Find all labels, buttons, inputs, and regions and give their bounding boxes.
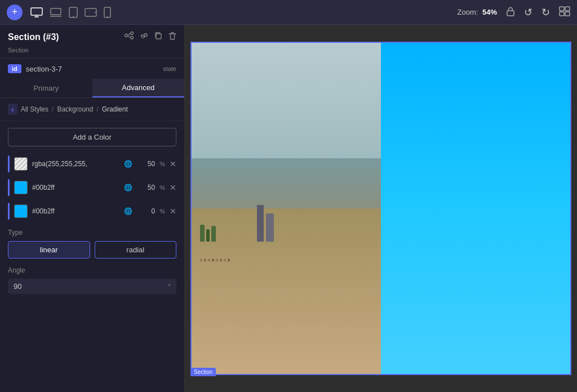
building-2 [266, 213, 274, 242]
panel-title-icons [125, 32, 176, 42]
laptop-icon[interactable] [50, 7, 62, 17]
svg-rect-1 [51, 8, 61, 15]
breadcrumb-back-button[interactable]: ‹ [8, 104, 17, 115]
toolbar-right: Zoom: 54% ↺ ↻ [458, 6, 571, 19]
id-row: id state [8, 64, 176, 73]
color-row-1: 🌐 % ✕ [8, 154, 176, 173]
lock-icon[interactable] [506, 6, 515, 19]
svg-rect-0 [31, 8, 42, 15]
color-value-1[interactable] [32, 160, 119, 168]
redo-icon[interactable]: ↻ [542, 6, 550, 19]
color-left-bar-2 [8, 179, 10, 196]
duplicate-icon[interactable] [154, 32, 163, 42]
color-swatch-1[interactable] [14, 157, 28, 171]
add-button[interactable]: + [7, 5, 23, 20]
add-color-button[interactable]: Add a Color [8, 128, 176, 146]
breadcrumb-gradient[interactable]: Gradient [102, 105, 128, 113]
svg-rect-8 [507, 11, 514, 16]
connect-icon[interactable] [125, 32, 134, 42]
desktop-icon[interactable] [30, 7, 43, 17]
globe-icon-1[interactable]: 🌐 [124, 160, 132, 168]
top-toolbar: + [0, 0, 577, 25]
color-percent-3[interactable] [137, 207, 155, 215]
left-panel: Section (#3) [0, 25, 185, 392]
svg-rect-16 [156, 34, 161, 39]
color-value-2[interactable] [32, 184, 119, 191]
id-badge: id [8, 64, 21, 73]
percent-label-3: % [159, 208, 165, 215]
panel-content: Add a Color 🌐 % ✕ 🌐 % ✕ [0, 121, 184, 392]
color-percent-1[interactable] [137, 160, 155, 168]
id-input[interactable] [26, 65, 158, 73]
color-percent-2[interactable] [137, 184, 155, 191]
breadcrumb-background[interactable]: Background [57, 105, 93, 113]
color-remove-2[interactable]: ✕ [170, 183, 176, 192]
tab-primary[interactable]: Primary [0, 79, 92, 97]
svg-rect-12 [565, 12, 570, 16]
color-left-bar-3 [8, 203, 10, 220]
panel-title: Section (#3) [8, 32, 59, 42]
color-remove-1[interactable]: ✕ [170, 159, 176, 168]
pages-icon[interactable] [559, 6, 570, 19]
type-label: Type [8, 229, 176, 237]
type-radial-button[interactable]: radial [95, 241, 177, 259]
type-row: linear radial [8, 241, 176, 259]
tablet-portrait-icon[interactable] [69, 7, 78, 18]
svg-point-14 [131, 32, 134, 35]
zoom-label: Zoom: 54% [458, 8, 498, 16]
breadcrumb-row: ‹ All Styles / Background / Gradient [0, 98, 184, 121]
section-label-tag: Section [190, 368, 216, 376]
state-badge: state [163, 65, 176, 72]
breadcrumb-sep-1: / [52, 105, 54, 113]
svg-point-5 [95, 12, 96, 13]
plus-icon: + [12, 6, 18, 18]
color-left-bar-1 [8, 155, 10, 172]
beach-scene [190, 42, 381, 375]
blue-gradient-half [381, 42, 571, 375]
globe-icon-2[interactable]: 🌐 [124, 184, 132, 191]
device-icons [30, 7, 458, 18]
angle-input-row: ° [8, 279, 176, 294]
panel-header: Section (#3) [0, 25, 184, 59]
breadcrumb-sep-2: / [96, 105, 98, 113]
color-remove-3[interactable]: ✕ [170, 207, 176, 216]
color-swatch-2[interactable] [14, 181, 28, 194]
color-row-2: 🌐 % ✕ [8, 178, 176, 197]
mobile-icon[interactable] [104, 7, 111, 18]
color-value-3[interactable] [32, 207, 119, 215]
svg-rect-10 [565, 7, 570, 11]
building-1 [257, 205, 264, 242]
type-linear-button[interactable]: linear [8, 241, 90, 259]
svg-rect-11 [560, 12, 564, 16]
angle-input[interactable] [14, 282, 168, 291]
globe-icon-3[interactable]: 🌐 [124, 207, 132, 215]
percent-label-1: % [159, 161, 165, 167]
undo-icon[interactable]: ↺ [524, 6, 532, 19]
svg-point-13 [125, 34, 128, 37]
link-icon[interactable] [139, 32, 148, 42]
panel-subtitle: Section [8, 47, 29, 54]
color-swatch-3[interactable] [14, 204, 28, 218]
angle-label: Angle [8, 266, 176, 274]
canvas-area: Section [185, 25, 577, 392]
zoom-value: 54% [482, 8, 497, 16]
beach-half [190, 42, 381, 375]
tab-advanced[interactable]: Advanced [92, 79, 185, 97]
section-preview [190, 42, 571, 375]
beach-buildings [257, 205, 274, 242]
percent-label-2: % [159, 184, 165, 191]
svg-rect-9 [560, 7, 564, 11]
breadcrumb-all-styles[interactable]: All Styles [21, 105, 48, 113]
svg-point-15 [131, 37, 134, 39]
tabs-row: Primary Advanced [0, 79, 184, 98]
svg-point-7 [107, 16, 108, 17]
svg-point-3 [73, 16, 74, 17]
color-row-3: 🌐 % ✕ [8, 202, 176, 221]
main-layout: Section (#3) [0, 25, 577, 392]
angle-unit: ° [168, 283, 171, 291]
delete-icon[interactable] [168, 32, 176, 42]
tablet-landscape-icon[interactable] [85, 8, 97, 17]
